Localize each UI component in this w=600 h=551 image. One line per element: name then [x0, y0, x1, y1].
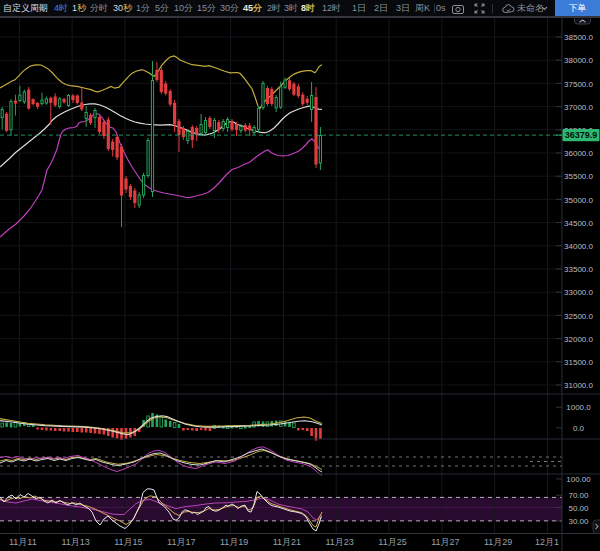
svg-text:70.00: 70.00: [568, 491, 589, 500]
svg-text:30.00: 30.00: [568, 517, 589, 526]
svg-text:100.00: 100.00: [566, 475, 591, 484]
svg-text:33500.0: 33500.0: [564, 265, 593, 274]
svg-text:31500.0: 31500.0: [564, 358, 593, 367]
svg-text:37500.0: 37500.0: [564, 80, 593, 89]
svg-text:11月27: 11月27: [431, 537, 459, 547]
svg-text:11月19: 11月19: [220, 537, 248, 547]
svg-text:38500.0: 38500.0: [564, 33, 593, 42]
svg-text:0.0: 0.0: [573, 424, 585, 433]
svg-text:50.00: 50.00: [568, 504, 589, 513]
svg-text:33000.0: 33000.0: [564, 288, 593, 297]
svg-text:31000.0: 31000.0: [564, 381, 593, 390]
svg-text:36379.9: 36379.9: [565, 130, 598, 140]
svg-text:12月1: 12月1: [535, 537, 559, 547]
svg-text:1000.0: 1000.0: [566, 403, 591, 412]
svg-text:11月17: 11月17: [167, 537, 195, 547]
svg-text:11月13: 11月13: [61, 537, 89, 547]
svg-text:32000.0: 32000.0: [564, 335, 593, 344]
svg-text:11月23: 11月23: [326, 537, 354, 547]
svg-text:35000.0: 35000.0: [564, 196, 593, 205]
svg-text:38000.0: 38000.0: [564, 56, 593, 65]
svg-text:11月25: 11月25: [378, 537, 406, 547]
svg-text:36000.0: 36000.0: [564, 149, 593, 158]
svg-text:11月29: 11月29: [484, 537, 512, 547]
svg-text:11月11: 11月11: [9, 537, 37, 547]
svg-text:11月15: 11月15: [114, 537, 142, 547]
svg-text:34500.0: 34500.0: [564, 219, 593, 228]
svg-text:35500.0: 35500.0: [564, 172, 593, 181]
svg-text:11月21: 11月21: [273, 537, 301, 547]
svg-text:32500.0: 32500.0: [564, 312, 593, 321]
svg-text:34000.0: 34000.0: [564, 242, 593, 251]
svg-text:37000.0: 37000.0: [564, 103, 593, 112]
